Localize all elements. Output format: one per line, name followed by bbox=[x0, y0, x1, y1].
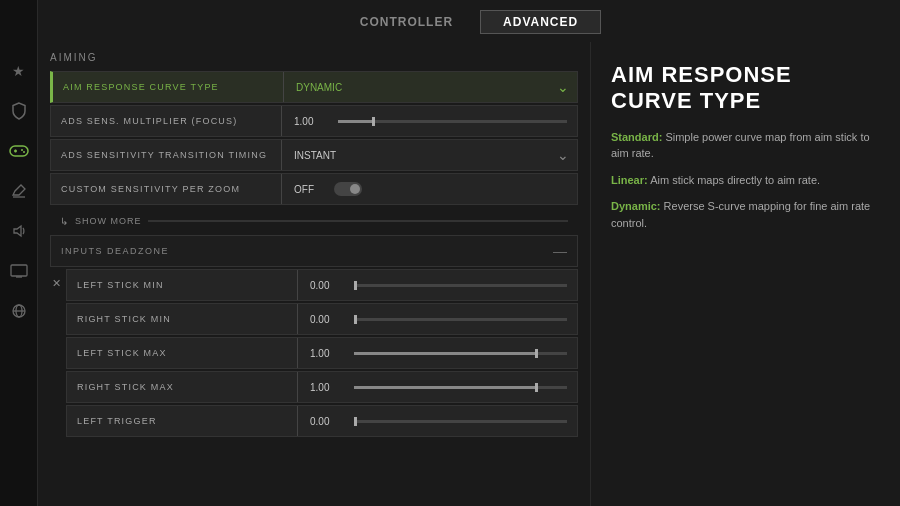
setting-value-right-stick-min: 0.00 bbox=[298, 314, 577, 325]
desc-text-linear: Aim stick maps directly to aim rate. bbox=[648, 174, 820, 186]
setting-name-left-trigger: LEFT TRIGGER bbox=[67, 416, 297, 426]
slider-track-left-stick-min[interactable] bbox=[354, 284, 567, 287]
value-text: 1.00 bbox=[310, 382, 344, 393]
slider-track-left-stick-max[interactable] bbox=[354, 352, 567, 355]
setting-value-left-stick-max: 1.00 bbox=[298, 348, 577, 359]
setting-name-aim-response: AIM RESPONSE CURVE TYPE bbox=[53, 82, 283, 92]
svg-point-4 bbox=[23, 151, 25, 153]
content-area: AIMING AIM RESPONSE CURVE TYPE DYNAMIC ⌄… bbox=[38, 42, 900, 506]
value-text: 0.00 bbox=[310, 280, 344, 291]
show-more-arrow-icon: ↳ bbox=[60, 216, 69, 227]
setting-value-custom-sensitivity: OFF bbox=[282, 182, 577, 196]
setting-value-left-stick-min: 0.00 bbox=[298, 280, 577, 291]
show-more-row[interactable]: ↳ SHOW MORE bbox=[50, 207, 578, 235]
setting-row-right-stick-max[interactable]: RIGHT STICK MAX 1.00 bbox=[66, 371, 578, 403]
collapse-icon: — bbox=[553, 243, 567, 259]
tab-controller[interactable]: CONTROLLER bbox=[337, 10, 476, 34]
top-nav: CONTROLLER ADVANCED bbox=[38, 0, 900, 42]
value-text: 0.00 bbox=[310, 314, 344, 325]
setting-name-left-stick-min: LEFT STICK MIN bbox=[67, 280, 297, 290]
setting-row-ads-transition[interactable]: ADS SENSITIVITY TRANSITION TIMING INSTAN… bbox=[50, 139, 578, 171]
slider-thumb bbox=[354, 281, 357, 290]
setting-value-left-trigger: 0.00 bbox=[298, 416, 577, 427]
desc-item-standard: Standard: Simple power curve map from ai… bbox=[611, 129, 880, 162]
sidebar: ★ bbox=[0, 0, 38, 506]
main-content: CONTROLLER ADVANCED AIMING AIM RESPONSE … bbox=[38, 0, 900, 506]
slider-track-right-stick-min[interactable] bbox=[354, 318, 567, 321]
setting-name-left-stick-max: LEFT STICK MAX bbox=[67, 348, 297, 358]
setting-name-right-stick-max: RIGHT STICK MAX bbox=[67, 382, 297, 392]
setting-row-left-stick-max[interactable]: LEFT STICK MAX 1.00 bbox=[66, 337, 578, 369]
settings-panel: AIMING AIM RESPONSE CURVE TYPE DYNAMIC ⌄… bbox=[38, 42, 590, 506]
desc-label-linear: Linear: bbox=[611, 174, 648, 186]
setting-name-right-stick-min: RIGHT STICK MIN bbox=[67, 314, 297, 324]
sidebar-icon-volume[interactable] bbox=[8, 220, 30, 242]
slider-thumb bbox=[354, 417, 357, 426]
slider-track-left-trigger[interactable] bbox=[354, 420, 567, 423]
slider-thumb bbox=[535, 383, 538, 392]
setting-row-left-trigger[interactable]: LEFT TRIGGER 0.00 bbox=[66, 405, 578, 437]
setting-row-custom-sensitivity[interactable]: CUSTOM SENSITIVITY PER ZOOM OFF bbox=[50, 173, 578, 205]
dropdown-arrow-aim-response: ⌄ bbox=[557, 79, 569, 95]
setting-row-right-stick-min[interactable]: RIGHT STICK MIN 0.00 bbox=[66, 303, 578, 335]
value-text: 0.00 bbox=[310, 416, 344, 427]
slider-fill bbox=[354, 386, 535, 389]
slider-fill bbox=[354, 352, 535, 355]
tab-advanced[interactable]: ADVANCED bbox=[480, 10, 601, 34]
slider-thumb bbox=[535, 349, 538, 358]
desc-label-standard: Standard: bbox=[611, 131, 662, 143]
setting-row-aim-response-curve[interactable]: AIM RESPONSE CURVE TYPE DYNAMIC ⌄ bbox=[50, 71, 578, 103]
desc-item-linear: Linear: Aim stick maps directly to aim r… bbox=[611, 172, 880, 189]
value-text: OFF bbox=[294, 184, 314, 195]
setting-row-ads-sens[interactable]: ADS SENS. MULTIPLIER (FOCUS) 1.00 bbox=[50, 105, 578, 137]
value-text: 1.00 bbox=[310, 348, 344, 359]
setting-name-ads-transition: ADS SENSITIVITY TRANSITION TIMING bbox=[51, 150, 281, 160]
inputs-deadzone-label: INPUTS DEADZONE bbox=[61, 246, 553, 256]
slider-track-right-stick-max[interactable] bbox=[354, 386, 567, 389]
toggle-custom-sensitivity[interactable] bbox=[334, 182, 362, 196]
slider-thumb bbox=[354, 315, 357, 324]
svg-point-3 bbox=[21, 149, 23, 151]
sidebar-icon-edit[interactable] bbox=[8, 180, 30, 202]
value-text: 1.00 bbox=[294, 116, 328, 127]
sidebar-icon-shield[interactable] bbox=[8, 100, 30, 122]
aiming-section-label: AIMING bbox=[50, 52, 578, 63]
sidebar-icon-star[interactable]: ★ bbox=[8, 60, 30, 82]
setting-row-left-stick-min[interactable]: LEFT STICK MIN 0.00 bbox=[66, 269, 578, 301]
value-text: DYNAMIC bbox=[296, 82, 342, 93]
desc-label-dynamic: Dynamic: bbox=[611, 200, 661, 212]
slider-track-ads-sens[interactable] bbox=[338, 120, 567, 123]
setting-name-custom-sensitivity: CUSTOM SENSITIVITY PER ZOOM bbox=[51, 184, 281, 194]
show-more-bar bbox=[148, 220, 569, 222]
setting-value-ads-sens: 1.00 bbox=[282, 116, 577, 127]
description-panel: AIM RESPONSE CURVE TYPE Standard: Simple… bbox=[590, 42, 900, 506]
value-text: INSTANT bbox=[294, 150, 336, 161]
sidebar-icon-gamepad[interactable] bbox=[8, 140, 30, 162]
sidebar-icon-network[interactable] bbox=[8, 300, 30, 322]
setting-name-ads-sens: ADS SENS. MULTIPLIER (FOCUS) bbox=[51, 116, 281, 126]
setting-value-ads-transition: INSTANT ⌄ bbox=[282, 147, 577, 163]
show-more-label: SHOW MORE bbox=[75, 216, 142, 226]
setting-value-right-stick-max: 1.00 bbox=[298, 382, 577, 393]
svg-rect-0 bbox=[10, 146, 28, 156]
inputs-deadzone-section-row[interactable]: INPUTS DEADZONE — bbox=[50, 235, 578, 267]
sidebar-icon-display[interactable] bbox=[8, 260, 30, 282]
close-deadzone-btn[interactable]: ✕ bbox=[52, 277, 61, 290]
slider-thumb-ads-sens bbox=[372, 117, 375, 126]
slider-fill-ads-sens bbox=[338, 120, 372, 123]
svg-rect-6 bbox=[11, 265, 27, 276]
setting-value-aim-response: DYNAMIC ⌄ bbox=[284, 79, 577, 95]
desc-item-dynamic: Dynamic: Reverse S-curve mapping for fin… bbox=[611, 198, 880, 231]
desc-title: AIM RESPONSE CURVE TYPE bbox=[611, 62, 880, 115]
dropdown-arrow-ads-transition: ⌄ bbox=[557, 147, 569, 163]
toggle-knob bbox=[350, 184, 360, 194]
